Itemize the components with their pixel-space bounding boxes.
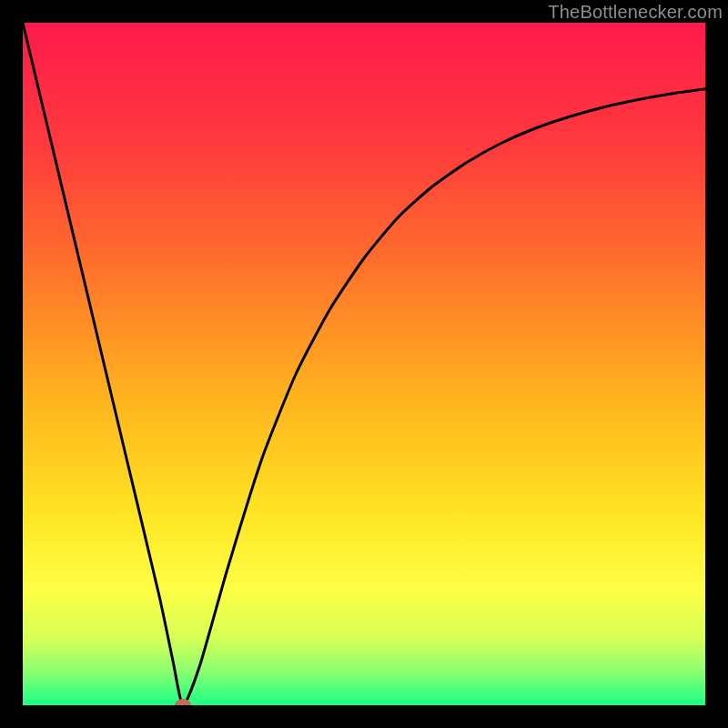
watermark-text: TheBottlenecker.com bbox=[548, 2, 723, 23]
chart-frame: TheBottlenecker.com bbox=[0, 0, 728, 728]
curve-layer bbox=[23, 23, 705, 705]
plot-area bbox=[23, 23, 705, 705]
bottleneck-curve bbox=[23, 23, 705, 705]
optimal-point-marker bbox=[175, 699, 191, 705]
